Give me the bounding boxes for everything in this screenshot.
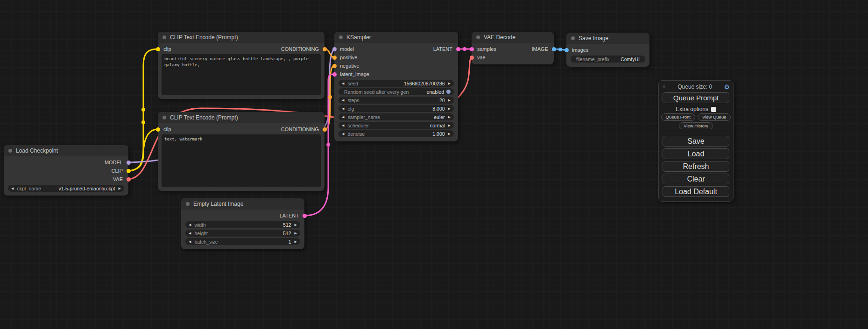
slot-row-negative: negative xyxy=(334,62,458,70)
images-input-slot[interactable] xyxy=(565,48,569,52)
filename-prefix-widget[interactable]: filename_prefix ComfyUI xyxy=(571,56,645,63)
scheduler-widget[interactable]: ◀ scheduler normal ▶ xyxy=(339,122,454,129)
slot-row: clip CONDITIONING xyxy=(158,125,325,133)
model-input-slot[interactable] xyxy=(332,47,337,51)
decrement-arrow-icon[interactable]: ◀ xyxy=(189,231,191,235)
collapse-dot[interactable] xyxy=(476,35,480,39)
increment-arrow-icon[interactable]: ▶ xyxy=(448,132,451,135)
latent-output-slot[interactable] xyxy=(456,47,460,51)
widget-value: 512 xyxy=(283,231,291,236)
decrement-arrow-icon[interactable]: ◀ xyxy=(189,240,191,243)
increment-arrow-icon[interactable]: ▶ xyxy=(448,98,451,102)
seed-widget[interactable]: ◀ seed 156680208700286 ▶ xyxy=(339,80,454,87)
node-title-bar[interactable]: VAE Decode xyxy=(472,32,554,43)
node-title: CLIP Text Encode (Prompt) xyxy=(170,114,238,121)
positive-prompt-textarea[interactable]: beautiful scenery nature glass bottle la… xyxy=(162,54,321,95)
node-clip-text-encode-negative[interactable]: CLIP Text Encode (Prompt) clip CONDITION… xyxy=(158,112,325,191)
drag-handle-icon[interactable]: ⠿ xyxy=(662,84,666,90)
node-title-bar[interactable]: Empty Latent Image xyxy=(181,198,304,210)
increment-arrow-icon[interactable]: ▶ xyxy=(448,82,451,85)
decrement-arrow-icon[interactable]: ◀ xyxy=(11,187,14,190)
increment-arrow-icon[interactable]: ▶ xyxy=(448,124,451,127)
collapse-dot[interactable] xyxy=(339,35,343,39)
load-button[interactable]: Load xyxy=(663,148,729,159)
vae-input-slot[interactable] xyxy=(470,56,474,60)
node-title-bar[interactable]: Load Checkpoint xyxy=(4,145,128,156)
random-seed-toggle[interactable]: Random seed after every gen enabled xyxy=(339,88,454,95)
image-output-slot[interactable] xyxy=(552,47,556,51)
node-ksampler[interactable]: KSampler model LATENT positive negative … xyxy=(334,32,458,141)
queue-front-button[interactable]: Queue Front xyxy=(661,113,695,121)
increment-arrow-icon[interactable]: ▶ xyxy=(295,240,297,243)
increment-arrow-icon[interactable]: ▶ xyxy=(119,187,121,190)
positive-input-slot[interactable] xyxy=(332,56,337,60)
widget-value: 8.000 xyxy=(432,106,445,112)
slot-row-latent-image: latent_image xyxy=(334,70,458,78)
node-clip-text-encode-positive[interactable]: CLIP Text Encode (Prompt) clip CONDITION… xyxy=(158,32,325,99)
vae-output-slot[interactable] xyxy=(127,177,131,182)
widget-value: v1-5-pruned-emaonly.ckpt xyxy=(58,186,115,191)
clip-output-slot[interactable] xyxy=(127,169,131,173)
conditioning-output-slot[interactable] xyxy=(323,127,327,132)
latent-output-slot[interactable] xyxy=(303,214,307,218)
collapse-dot[interactable] xyxy=(162,35,166,39)
widget-value: 1 xyxy=(289,239,291,245)
increment-arrow-icon[interactable]: ▶ xyxy=(295,231,297,235)
conditioning-output-slot[interactable] xyxy=(323,47,327,51)
steps-widget[interactable]: ◀ steps 20 ▶ xyxy=(339,97,454,104)
batch-size-widget[interactable]: ◀ batch_size 1 ▶ xyxy=(185,238,300,245)
clear-button[interactable]: Clear xyxy=(663,174,729,184)
increment-arrow-icon[interactable]: ▶ xyxy=(295,223,297,226)
sampler-name-widget[interactable]: ◀ sampler_name euler ▶ xyxy=(339,113,454,120)
node-vae-decode[interactable]: VAE Decode samples IMAGE vae xyxy=(472,32,554,64)
decrement-arrow-icon[interactable]: ◀ xyxy=(342,132,344,135)
increment-arrow-icon[interactable]: ▶ xyxy=(448,107,451,110)
collapse-dot[interactable] xyxy=(8,149,12,153)
node-empty-latent-image[interactable]: Empty Latent Image LATENT ◀ width 512 ▶ … xyxy=(181,198,304,249)
queue-prompt-button[interactable]: Queue Prompt xyxy=(663,92,729,103)
view-history-button[interactable]: View History xyxy=(679,122,713,130)
queue-front-row: Queue Front View Queue xyxy=(663,113,729,121)
slot-label: latent_image xyxy=(340,71,369,77)
slot-label: negative xyxy=(340,63,360,69)
latent-image-input-slot[interactable] xyxy=(332,72,337,77)
settings-gear-icon[interactable]: ⚙ xyxy=(724,83,730,91)
slot-label: LATENT xyxy=(280,213,299,218)
width-widget[interactable]: ◀ width 512 ▶ xyxy=(185,221,300,228)
model-output-slot[interactable] xyxy=(127,161,131,165)
node-title-bar[interactable]: Save Image xyxy=(566,33,649,44)
decrement-arrow-icon[interactable]: ◀ xyxy=(342,82,344,85)
collapse-dot[interactable] xyxy=(162,116,166,119)
node-save-image[interactable]: Save Image images filename_prefix ComfyU… xyxy=(566,33,649,67)
slot-row: clip CONDITIONING xyxy=(158,45,325,53)
ckpt-name-widget[interactable]: ◀ ckpt_name v1-5-pruned-emaonly.ckpt ▶ xyxy=(8,185,124,192)
decrement-arrow-icon[interactable]: ◀ xyxy=(342,115,344,119)
denoise-widget[interactable]: ◀ denoise 1.000 ▶ xyxy=(339,130,454,137)
save-button[interactable]: Save xyxy=(663,136,729,147)
decrement-arrow-icon[interactable]: ◀ xyxy=(342,98,344,102)
node-title-bar[interactable]: KSampler xyxy=(334,32,458,43)
collapse-dot[interactable] xyxy=(186,202,190,206)
decrement-arrow-icon[interactable]: ◀ xyxy=(342,124,344,127)
node-title-bar[interactable]: CLIP Text Encode (Prompt) xyxy=(158,32,325,43)
height-widget[interactable]: ◀ height 512 ▶ xyxy=(185,230,300,237)
slot-label: IMAGE xyxy=(532,46,548,52)
decrement-arrow-icon[interactable]: ◀ xyxy=(189,223,191,226)
samples-input-slot[interactable] xyxy=(470,47,474,51)
refresh-button[interactable]: Refresh xyxy=(663,161,729,172)
collapse-dot[interactable] xyxy=(571,36,575,40)
view-queue-button[interactable]: View Queue xyxy=(698,113,731,121)
negative-input-slot[interactable] xyxy=(332,64,337,68)
negative-prompt-textarea[interactable]: text, watermark xyxy=(162,134,321,187)
load-default-button[interactable]: Load Default xyxy=(663,186,729,197)
extra-options-checkbox[interactable] xyxy=(711,107,716,112)
node-load-checkpoint[interactable]: Load Checkpoint MODEL CLIP VAE ◀ ckpt_na… xyxy=(4,145,128,196)
toggle-dot[interactable] xyxy=(446,90,451,94)
increment-arrow-icon[interactable]: ▶ xyxy=(448,115,451,119)
node-title: KSampler xyxy=(346,34,371,41)
clip-input-slot[interactable] xyxy=(156,127,160,132)
decrement-arrow-icon[interactable]: ◀ xyxy=(342,107,344,110)
node-title-bar[interactable]: CLIP Text Encode (Prompt) xyxy=(158,112,325,123)
clip-input-slot[interactable] xyxy=(156,47,160,51)
cfg-widget[interactable]: ◀ cfg 8.000 ▶ xyxy=(339,105,454,112)
